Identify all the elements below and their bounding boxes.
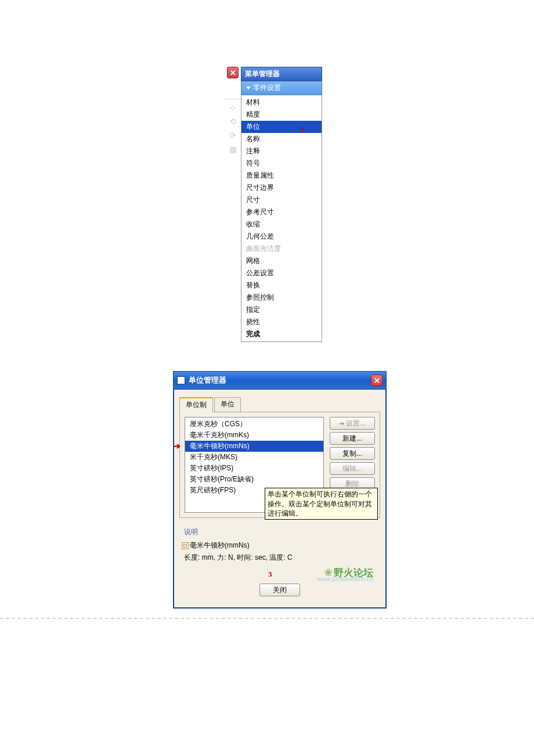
menu-item[interactable]: 尺寸边界: [241, 182, 322, 194]
menu-item[interactable]: 替换: [241, 279, 322, 291]
tab-unit[interactable]: 单位: [214, 397, 241, 412]
menu-item[interactable]: 单位2: [241, 121, 322, 133]
new-button[interactable]: 新建...: [330, 432, 375, 445]
list-item[interactable]: 厘米克秒（CGS）: [185, 419, 323, 430]
copy-button[interactable]: 复制...: [330, 447, 375, 460]
tab-content: ➔ 厘米克秒（CGS）毫米千克秒(mmKs)毫米牛顿秒(mmNs)米千克秒(MK…: [179, 412, 380, 518]
menu-item[interactable]: 符号: [241, 157, 322, 170]
edit-button[interactable]: 编辑...: [330, 462, 375, 475]
watermark-url: www.proewildfire.cn: [317, 575, 373, 582]
list-item[interactable]: 毫米千克秒(mmKs): [185, 430, 323, 441]
menu-item[interactable]: 材料: [241, 96, 322, 109]
tabs: 单位制 单位: [179, 397, 380, 412]
divider: [223, 99, 242, 99]
menu-item[interactable]: 参照控制: [241, 291, 322, 304]
menu-item[interactable]: 精度: [241, 109, 322, 121]
grid-icon[interactable]: ▦: [227, 143, 239, 155]
tool-icon[interactable]: ⟲: [227, 116, 239, 127]
menu-item[interactable]: 尺寸: [241, 194, 322, 206]
unit-icon: [182, 542, 189, 549]
menu-item[interactable]: 曲面光洁度: [241, 243, 322, 255]
menu-item[interactable]: 完成: [241, 328, 322, 340]
watermark: 3 ❀野火论坛 www.proewildfire.cn: [184, 566, 373, 578]
menu-title: 菜单管理器: [245, 70, 280, 78]
dialog-titlebar: 单位管理器 ✕: [174, 372, 386, 390]
menu-item[interactable]: 收缩: [241, 218, 322, 231]
menu-item[interactable]: 挠性: [241, 316, 322, 328]
close-button[interactable]: 关闭: [259, 584, 300, 596]
menu-item[interactable]: 质量属性: [241, 170, 322, 182]
chevron-down-icon: [246, 87, 251, 89]
list-item[interactable]: 英寸磅秒(Pro/E缺省): [185, 474, 323, 485]
description-system: 毫米牛顿秒(mmNs): [190, 541, 250, 550]
close-icon[interactable]: ✕: [371, 375, 383, 386]
menu-subheader[interactable]: 零件设置: [241, 81, 322, 95]
side-toolbar: ⊹ ⟲ ⟳ ▦: [227, 102, 239, 155]
menu-item[interactable]: 注释: [241, 145, 322, 157]
list-item[interactable]: 米千克秒(MKS): [185, 452, 323, 463]
list-item[interactable]: 英寸磅秒(IPS): [185, 463, 323, 474]
unit-manager-dialog: 单位管理器 ✕ 单位制 单位 ➔ 厘米克秒（CGS）毫米千克秒(mmKs)毫米牛…: [173, 371, 387, 609]
menu-item[interactable]: 参考尺寸: [241, 206, 322, 218]
menu-list: 材料精度单位2名称注释符号质量属性尺寸边界尺寸参考尺寸收缩几何公差曲面光洁度网格…: [241, 95, 322, 342]
menu-item[interactable]: 几何公差: [241, 231, 322, 243]
description-details: 长度: mm, 力: N, 时间: sec, 温度: C: [184, 553, 376, 563]
menu-item[interactable]: 指定: [241, 304, 322, 316]
tooltip: 单击某个单位制可执行右侧的一个操作。双击某个定制单位制可对其进行编辑。: [265, 488, 378, 520]
dialog-footer: 关闭: [179, 580, 380, 602]
description-section: 说明 毫米牛顿秒(mmNs) 长度: mm, 力: N, 时间: sec, 温度…: [179, 524, 380, 580]
app-icon: [177, 376, 185, 384]
menu-manager-panel: ✕ ⊹ ⟲ ⟳ ▦ 菜单管理器 零件设置 材料精度单位2名称注释符号质量属性尺寸…: [241, 67, 322, 342]
close-icon[interactable]: ✕: [227, 67, 239, 78]
annotation-3: 3: [268, 570, 272, 579]
dialog-title: 单位管理器: [189, 375, 226, 386]
list-item[interactable]: 毫米牛顿秒(mmNs): [185, 441, 323, 452]
description-header: 说明: [184, 526, 376, 541]
arrow-right-icon: ➔: [339, 420, 344, 427]
tool-icon[interactable]: ⟳: [227, 129, 239, 141]
tool-icon[interactable]: ⊹: [227, 102, 239, 113]
menu-item[interactable]: 网格: [241, 255, 322, 267]
subheader-label: 零件设置: [253, 83, 281, 93]
menu-titlebar: 菜单管理器: [241, 67, 322, 81]
pointer-arrow-icon: ➔: [174, 441, 181, 451]
tab-unit-system[interactable]: 单位制: [179, 397, 213, 412]
menu-item[interactable]: 公差设置: [241, 267, 322, 279]
set-button[interactable]: ➔设置...: [330, 417, 375, 430]
menu-item[interactable]: 名称: [241, 133, 322, 145]
